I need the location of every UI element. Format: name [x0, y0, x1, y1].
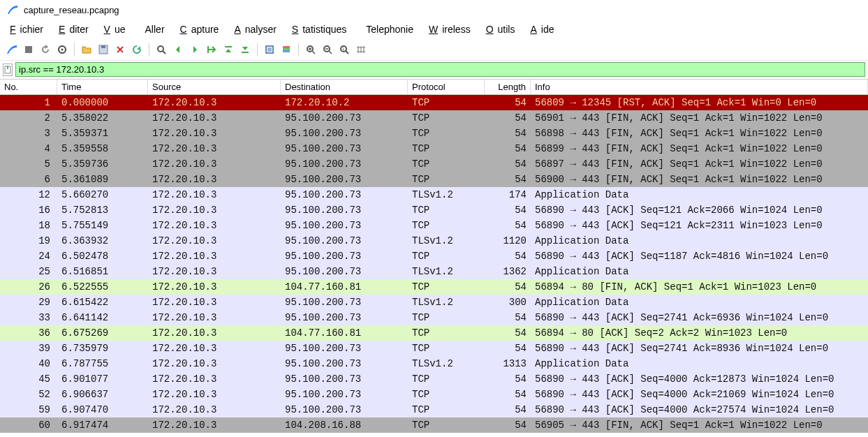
cell-no: 29: [0, 295, 57, 310]
filter-bookmark-icon[interactable]: [3, 64, 13, 76]
cell-length: 1313: [485, 356, 531, 371]
packet-row[interactable]: 296.615422172.20.10.395.100.200.73TLSv1.…: [0, 295, 868, 310]
packet-row[interactable]: 456.901077172.20.10.395.100.200.73TCP545…: [0, 371, 868, 387]
cell-destination: 95.100.200.73: [281, 202, 408, 218]
cell-no: 3: [0, 126, 57, 141]
cell-time: 6.787755: [57, 356, 148, 371]
col-protocol-header[interactable]: Protocol: [408, 80, 485, 94]
cell-no: 52: [0, 387, 57, 402]
packet-row[interactable]: 35.359371172.20.10.395.100.200.73TCP5456…: [0, 126, 868, 141]
cell-info: Application Data: [531, 295, 868, 310]
packet-row[interactable]: 406.787755172.20.10.395.100.200.73TLSv1.…: [0, 356, 868, 371]
go-last-button[interactable]: [237, 42, 253, 57]
packet-row[interactable]: 256.516851172.20.10.395.100.200.73TLSv1.…: [0, 264, 868, 279]
packet-row[interactable]: 596.907470172.20.10.395.100.200.73TCP545…: [0, 402, 868, 417]
packet-row[interactable]: 526.906637172.20.10.395.100.200.73TCP545…: [0, 387, 868, 402]
svg-rect-7: [225, 46, 232, 47]
packet-row[interactable]: 196.363932172.20.10.395.100.200.73TLSv1.…: [0, 233, 868, 249]
restart-capture-button[interactable]: [38, 42, 53, 57]
packet-row[interactable]: 10.000000172.20.10.3172.20.10.2TCP545680…: [0, 95, 868, 110]
cell-info: 56894 → 80 [FIN, ACK] Seq=1 Ack=1 Win=10…: [531, 279, 868, 295]
cell-length: 54: [485, 325, 531, 341]
packet-row[interactable]: 25.358022172.20.10.395.100.200.73TCP5456…: [0, 110, 868, 126]
menu-outils[interactable]: Outils: [482, 21, 524, 38]
cell-info: 56890 → 443 [ACK] Seq=121 Ack=2066 Win=1…: [531, 202, 868, 218]
go-to-packet-button[interactable]: [204, 42, 219, 57]
go-first-button[interactable]: [221, 42, 236, 57]
col-source-header[interactable]: Source: [148, 80, 281, 94]
menu-analyser[interactable]: Analyser: [230, 21, 284, 38]
packet-row[interactable]: 55.359736172.20.10.395.100.200.73TCP5456…: [0, 156, 868, 172]
menu-capture[interactable]: Capture: [176, 21, 228, 38]
cell-length: 54: [485, 202, 531, 218]
cell-no: 40: [0, 356, 57, 371]
packet-row[interactable]: 165.752813172.20.10.395.100.200.73TCP545…: [0, 202, 868, 218]
open-file-button[interactable]: [79, 42, 94, 57]
menu-telephonie[interactable]: Telephonie: [358, 21, 422, 38]
resize-columns-button[interactable]: [353, 42, 369, 57]
stop-capture-button[interactable]: [21, 42, 36, 57]
save-file-button[interactable]: [96, 42, 111, 57]
find-packet-button[interactable]: [154, 42, 169, 57]
cell-no: 24: [0, 249, 57, 264]
col-info-header[interactable]: Info: [531, 80, 868, 94]
start-capture-button[interactable]: [4, 42, 20, 57]
cell-destination: 95.100.200.73: [281, 371, 408, 387]
packet-row[interactable]: 336.641142172.20.10.395.100.200.73TCP545…: [0, 310, 868, 325]
menubar: Fichier Editer Vue Aller Capture Analyse…: [0, 20, 868, 40]
menu-fichier[interactable]: Fichier: [6, 21, 52, 38]
packet-list[interactable]: 10.000000172.20.10.3172.20.10.2TCP545680…: [0, 95, 868, 433]
cell-time: 6.615422: [57, 295, 148, 310]
packet-row[interactable]: 185.755149172.20.10.395.100.200.73TCP545…: [0, 218, 868, 233]
capture-options-button[interactable]: [54, 42, 70, 57]
cell-source: 172.20.10.3: [148, 341, 281, 356]
cell-protocol: TCP: [408, 218, 485, 233]
packet-row[interactable]: 65.361089172.20.10.395.100.200.73TCP5456…: [0, 172, 868, 187]
autoscroll-button[interactable]: [262, 42, 277, 57]
packet-row[interactable]: 606.917474172.20.10.3104.208.16.88TCP545…: [0, 417, 868, 433]
cell-protocol: TCP: [408, 156, 485, 172]
col-destination-header[interactable]: Destination: [281, 80, 408, 94]
packet-row[interactable]: 366.675269172.20.10.3104.77.160.81TCP545…: [0, 325, 868, 341]
packet-row[interactable]: 266.522555172.20.10.3104.77.160.81TCP545…: [0, 279, 868, 295]
cell-length: 54: [485, 141, 531, 156]
go-forward-button[interactable]: [187, 42, 203, 57]
menu-statistiques[interactable]: Statistiques: [288, 21, 355, 38]
cell-source: 172.20.10.3: [148, 402, 281, 417]
col-time-header[interactable]: Time: [57, 80, 148, 94]
svg-rect-10: [283, 46, 290, 48]
cell-info: 56900 → 443 [FIN, ACK] Seq=1 Ack=1 Win=1…: [531, 172, 868, 187]
zoom-in-button[interactable]: [303, 42, 318, 57]
cell-time: 6.363932: [57, 233, 148, 249]
menu-aide[interactable]: Aide: [526, 21, 562, 38]
menu-wireless[interactable]: Wireless: [425, 21, 479, 38]
cell-protocol: TCP: [408, 202, 485, 218]
colorize-button[interactable]: [279, 42, 294, 57]
cell-destination: 95.100.200.73: [281, 187, 408, 202]
cell-time: 5.752813: [57, 202, 148, 218]
packet-row[interactable]: 246.502478172.20.10.395.100.200.73TCP545…: [0, 249, 868, 264]
menu-editer[interactable]: Editer: [54, 21, 97, 38]
menu-vue[interactable]: Vue: [100, 21, 134, 38]
packet-row[interactable]: 125.660270172.20.10.395.100.200.73TLSv1.…: [0, 187, 868, 202]
cell-time: 5.755149: [57, 218, 148, 233]
cell-no: 6: [0, 172, 57, 187]
reload-button[interactable]: [129, 42, 145, 57]
close-file-button[interactable]: [112, 42, 128, 57]
display-filter-input[interactable]: [15, 62, 865, 77]
titlebar: capture_reseau.pcapng: [0, 0, 868, 20]
col-no-header[interactable]: No.: [0, 80, 57, 94]
cell-time: 5.361089: [57, 172, 148, 187]
separator: [74, 43, 75, 56]
col-length-header[interactable]: Length: [485, 80, 531, 94]
zoom-out-button[interactable]: [320, 42, 335, 57]
cell-no: 26: [0, 279, 57, 295]
cell-info: 56897 → 443 [FIN, ACK] Seq=1 Ack=1 Win=1…: [531, 156, 868, 172]
packet-row[interactable]: 45.359558172.20.10.395.100.200.73TCP5456…: [0, 141, 868, 156]
menu-aller[interactable]: Aller: [137, 21, 173, 38]
go-back-button[interactable]: [170, 42, 186, 57]
zoom-reset-button[interactable]: 1: [337, 42, 352, 57]
cell-time: 6.675269: [57, 325, 148, 341]
packet-row[interactable]: 396.735979172.20.10.395.100.200.73TCP545…: [0, 341, 868, 356]
cell-length: 54: [485, 310, 531, 325]
